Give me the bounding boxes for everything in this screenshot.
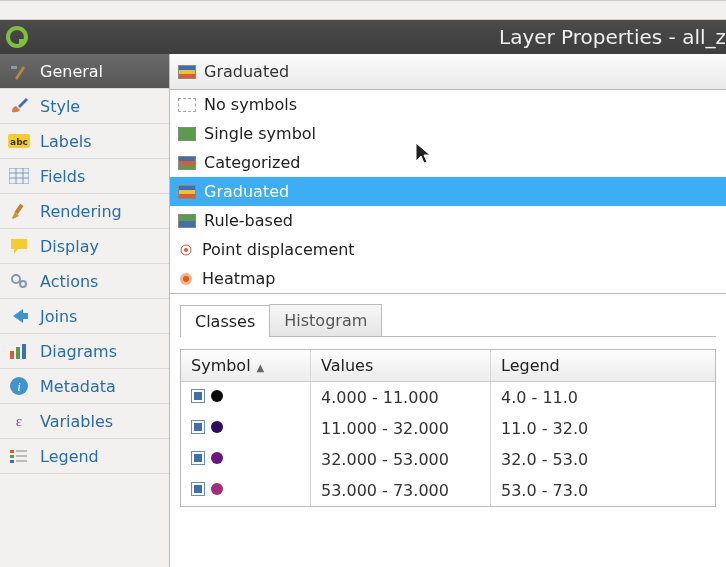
sidebar-item-rendering[interactable]: Rendering: [0, 194, 169, 229]
cell-legend: 32.0 - 53.0: [501, 450, 588, 469]
svg-point-11: [20, 281, 26, 287]
window-title: Layer Properties - all_z: [40, 25, 726, 49]
sidebar-item-variables[interactable]: ε Variables: [0, 404, 169, 439]
renderer-option-graduated[interactable]: Graduated: [170, 177, 726, 206]
renderer-option-rule[interactable]: Rule-based: [170, 206, 726, 235]
sort-asc-icon: ▲: [257, 362, 265, 373]
class-tabs: Classes Histogram: [180, 304, 716, 337]
graduated-icon: [178, 65, 196, 79]
sidebar-item-label: Display: [40, 237, 99, 256]
tab-label: Classes: [195, 312, 255, 331]
sidebar-item-label: Actions: [40, 272, 98, 291]
svg-rect-13: [10, 351, 14, 359]
renderer-option-label: Rule-based: [204, 211, 293, 230]
graduated-icon: [178, 185, 196, 199]
legend-icon: [8, 446, 30, 466]
sidebar-item-label: Legend: [40, 447, 99, 466]
row-checkbox[interactable]: [191, 420, 205, 434]
renderer-dropdown: No symbols Single symbol Categorized Gra…: [170, 90, 726, 294]
renderer-option-label: Heatmap: [202, 269, 276, 288]
th-symbol[interactable]: Symbol▲: [181, 350, 311, 381]
sidebar-item-metadata[interactable]: i Metadata: [0, 369, 169, 404]
categorized-icon: [178, 156, 196, 170]
bar-chart-icon: [8, 341, 30, 361]
svg-rect-20: [10, 455, 14, 458]
svg-rect-1: [19, 39, 25, 45]
sidebar-item-labels[interactable]: abc Labels: [0, 124, 169, 159]
row-checkbox[interactable]: [191, 389, 205, 403]
renderer-option-categorized[interactable]: Categorized: [170, 148, 726, 177]
point-displacement-icon: [178, 243, 194, 257]
svg-rect-4: [9, 168, 29, 184]
sidebar-item-style[interactable]: Style: [0, 89, 169, 124]
title-bar: Layer Properties - all_z: [0, 20, 726, 54]
svg-rect-12: [21, 313, 28, 319]
sidebar-item-actions[interactable]: Actions: [0, 264, 169, 299]
svg-point-10: [12, 275, 20, 283]
renderer-option-single[interactable]: Single symbol: [170, 119, 726, 148]
epsilon-icon: ε: [8, 411, 30, 431]
symbol-swatch: [211, 421, 223, 433]
cell-legend: 11.0 - 32.0: [501, 419, 588, 438]
sidebar-item-fields[interactable]: Fields: [0, 159, 169, 194]
svg-rect-19: [10, 450, 14, 453]
th-label: Values: [321, 356, 373, 375]
svg-text:abc: abc: [10, 137, 28, 147]
symbol-swatch: [211, 452, 223, 464]
abc-icon: abc: [8, 131, 30, 151]
sidebar-item-general[interactable]: General: [0, 54, 169, 89]
renderer-option-label: Graduated: [204, 182, 289, 201]
cell-values: 11.000 - 32.000: [321, 419, 449, 438]
sidebar-item-label: Style: [40, 97, 80, 116]
renderer-option-heatmap[interactable]: Heatmap: [170, 264, 726, 293]
table-row[interactable]: 53.000 - 73.000 53.0 - 73.0: [181, 475, 715, 506]
row-checkbox[interactable]: [191, 482, 205, 496]
cell-legend: 4.0 - 11.0: [501, 388, 578, 407]
renderer-option-label: No symbols: [204, 95, 297, 114]
info-icon: i: [8, 376, 30, 396]
svg-rect-32: [194, 423, 202, 431]
svg-text:i: i: [17, 379, 21, 394]
th-values[interactable]: Values: [311, 350, 491, 381]
sidebar-item-label: Joins: [40, 307, 77, 326]
table-icon: [8, 166, 30, 186]
rule-icon: [178, 214, 196, 228]
renderer-current-label: Graduated: [204, 62, 289, 81]
row-checkbox[interactable]: [191, 451, 205, 465]
table-row[interactable]: 32.000 - 53.000 32.0 - 53.0: [181, 444, 715, 475]
tab-classes[interactable]: Classes: [180, 305, 269, 337]
cell-values: 4.000 - 11.000: [321, 388, 439, 407]
app-top-strip: [0, 1, 726, 20]
table-row[interactable]: 11.000 - 32.000 11.0 - 32.0: [181, 413, 715, 444]
th-label: Symbol: [191, 356, 251, 375]
paintbrush-icon: [8, 201, 30, 221]
svg-rect-14: [16, 347, 20, 359]
speech-icon: [8, 236, 30, 256]
table-header: Symbol▲ Values Legend: [181, 350, 715, 382]
tab-histogram[interactable]: Histogram: [269, 304, 382, 336]
sidebar-item-joins[interactable]: Joins: [0, 299, 169, 334]
sidebar-item-label: Fields: [40, 167, 85, 186]
sidebar-item-label: Rendering: [40, 202, 122, 221]
symbol-swatch: [211, 390, 223, 402]
single-icon: [178, 127, 196, 141]
svg-rect-9: [14, 204, 23, 214]
sidebar-item-display[interactable]: Display: [0, 229, 169, 264]
wrench-hammer-icon: [8, 61, 30, 81]
sidebar-item-label: Variables: [40, 412, 113, 431]
svg-point-28: [183, 276, 189, 282]
renderer-option-no-symbols[interactable]: No symbols: [170, 90, 726, 119]
sidebar-item-label: General: [40, 62, 103, 81]
sidebar-item-diagrams[interactable]: Diagrams: [0, 334, 169, 369]
renderer-option-label: Single symbol: [204, 124, 316, 143]
renderer-option-point-displacement[interactable]: Point displacement: [170, 235, 726, 264]
sidebar-item-legend[interactable]: Legend: [0, 439, 169, 474]
th-label: Legend: [501, 356, 560, 375]
renderer-combo[interactable]: Graduated: [170, 54, 726, 90]
renderer-option-label: Point displacement: [202, 240, 355, 259]
svg-point-26: [184, 248, 188, 252]
cell-values: 32.000 - 53.000: [321, 450, 449, 469]
table-row[interactable]: 4.000 - 11.000 4.0 - 11.0: [181, 382, 715, 413]
brush-icon: [8, 96, 30, 116]
th-legend[interactable]: Legend: [491, 350, 715, 381]
